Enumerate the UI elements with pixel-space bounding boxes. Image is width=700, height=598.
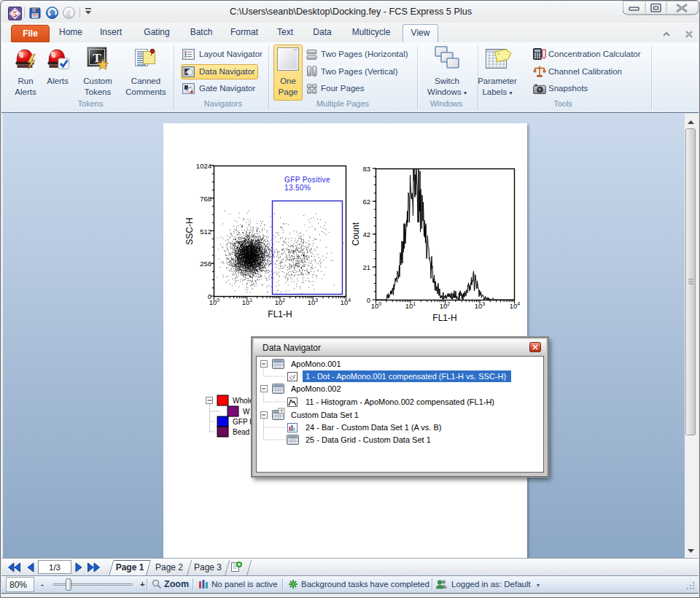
svg-text:SSC-H: SSC-H <box>184 217 195 244</box>
svg-text:101: 101 <box>405 301 416 310</box>
svg-text:768: 768 <box>200 195 211 203</box>
svg-text:W: W <box>243 408 250 416</box>
svg-text:101: 101 <box>242 298 253 306</box>
svg-text:104: 104 <box>510 301 521 310</box>
svg-text:103: 103 <box>475 301 486 310</box>
svg-text:42: 42 <box>362 230 370 238</box>
svg-text:103: 103 <box>308 298 319 306</box>
svg-text:Whole: Whole <box>233 397 254 405</box>
svg-text:83: 83 <box>362 165 370 173</box>
svg-text:GFP Positive: GFP Positive <box>284 176 330 184</box>
svg-text:0: 0 <box>367 296 370 304</box>
svg-text:62: 62 <box>362 198 370 206</box>
svg-text:5: 5 <box>13 9 18 18</box>
svg-text:13.50%: 13.50% <box>284 184 311 192</box>
svg-text:21: 21 <box>362 263 370 271</box>
svg-text:100: 100 <box>209 298 220 306</box>
svg-text:102: 102 <box>440 301 451 310</box>
svg-text:256: 256 <box>200 260 211 268</box>
svg-text:100: 100 <box>371 301 382 310</box>
svg-text:104: 104 <box>341 298 351 306</box>
svg-text:FL1-H: FL1-H <box>432 313 456 323</box>
svg-text:Count: Count <box>351 222 361 246</box>
svg-text:512: 512 <box>200 228 211 236</box>
svg-text:T: T <box>280 409 283 413</box>
svg-text:102: 102 <box>275 298 286 306</box>
svg-text:FL1-H: FL1-H <box>268 309 292 319</box>
svg-text:1024: 1024 <box>196 162 211 170</box>
